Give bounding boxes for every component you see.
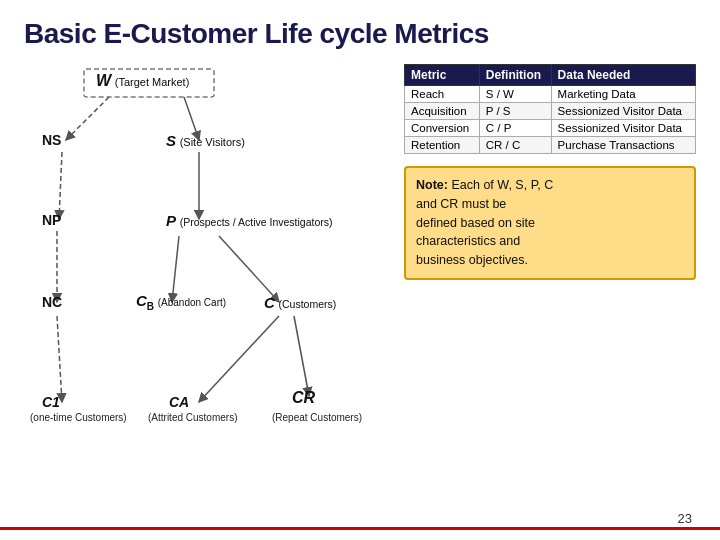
label-NS: NS: [42, 132, 61, 148]
svg-line-3: [66, 97, 109, 140]
label-W: W (Target Market): [96, 72, 189, 90]
table-cell: S / W: [479, 86, 551, 103]
label-C: C (Customers): [264, 294, 336, 311]
note-title: Note:: [416, 178, 448, 192]
table-cell: CR / C: [479, 137, 551, 154]
table-row: AcquisitionP / SSessionized Visitor Data: [405, 103, 696, 120]
table-row: ConversionC / PSessionized Visitor Data: [405, 120, 696, 137]
table-row: RetentionCR / CPurchase Transactions: [405, 137, 696, 154]
page-number: 23: [678, 511, 692, 526]
table-cell: P / S: [479, 103, 551, 120]
label-C1: C1: [42, 394, 60, 410]
col-metric: Metric: [405, 65, 480, 86]
table-cell: Purchase Transactions: [551, 137, 695, 154]
svg-line-11: [199, 316, 279, 402]
svg-line-12: [294, 316, 309, 396]
table-cell: C / P: [479, 120, 551, 137]
table-cell: Marketing Data: [551, 86, 695, 103]
label-NP: NP: [42, 212, 61, 228]
label-CA: CA: [169, 394, 189, 410]
table-cell: Acquisition: [405, 103, 480, 120]
note-box: Note: Each of W, S, P, Cand CR must bede…: [404, 166, 696, 280]
label-S: S (Site Visitors): [166, 132, 245, 149]
label-C1-sub: (one-time Customers): [30, 412, 127, 423]
label-NC: NC: [42, 294, 62, 310]
table-cell: Sessionized Visitor Data: [551, 103, 695, 120]
diagram: W (Target Market) NS S (Site Visitors) N…: [24, 64, 394, 464]
svg-line-10: [57, 316, 62, 402]
svg-line-9: [219, 236, 279, 302]
page: Basic E-Customer Life cycle Metrics: [0, 0, 720, 540]
main-content: W (Target Market) NS S (Site Visitors) N…: [24, 64, 696, 464]
table-row: ReachS / WMarketing Data: [405, 86, 696, 103]
table-cell: Reach: [405, 86, 480, 103]
table-cell: Conversion: [405, 120, 480, 137]
label-CR: CR: [292, 389, 315, 407]
label-CR-sub: (Repeat Customers): [272, 412, 362, 423]
table-area: Metric Definition Data Needed ReachS / W…: [404, 64, 696, 464]
label-P: P (Prospects / Active Investigators): [166, 212, 333, 229]
svg-line-5: [59, 152, 62, 219]
diagram-arrows: [24, 64, 394, 464]
table-cell: Sessionized Visitor Data: [551, 120, 695, 137]
page-title: Basic E-Customer Life cycle Metrics: [24, 18, 696, 50]
label-CA-sub: (Attrited Customers): [148, 412, 237, 423]
col-data-needed: Data Needed: [551, 65, 695, 86]
metrics-table: Metric Definition Data Needed ReachS / W…: [404, 64, 696, 154]
table-cell: Retention: [405, 137, 480, 154]
label-CB: CB (Abandon Cart): [136, 292, 226, 312]
col-definition: Definition: [479, 65, 551, 86]
bottom-line: [0, 527, 720, 530]
